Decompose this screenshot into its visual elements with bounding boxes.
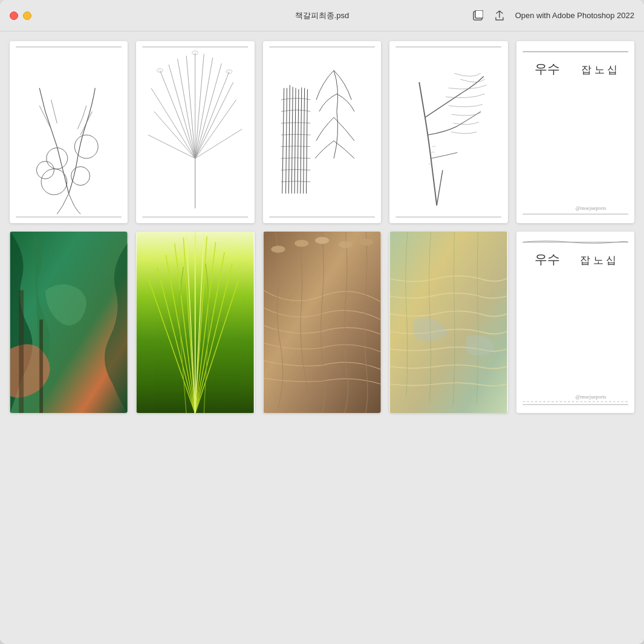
content-area: 우수 잡 노 십 @moejueprets [0, 31, 644, 644]
svg-text:잡 노 십: 잡 노 십 [580, 254, 616, 266]
close-button[interactable] [10, 11, 18, 20]
card-r1c4[interactable] [389, 41, 507, 223]
svg-point-67 [339, 241, 353, 248]
card-r2c2[interactable] [136, 232, 254, 414]
svg-text:@moejueprets: @moejueprets [575, 205, 606, 211]
titlebar: 책갈피최종.psd Open with Adobe Photoshop 2022 [0, 0, 644, 31]
svg-point-64 [271, 246, 285, 253]
expand-icon[interactable] [472, 10, 484, 22]
traffic-lights [10, 11, 31, 20]
svg-rect-32 [264, 41, 381, 223]
svg-rect-2 [10, 41, 128, 223]
svg-point-66 [315, 236, 329, 244]
image-grid: 우수 잡 노 십 @moejueprets [10, 41, 634, 413]
card-r1c1[interactable] [10, 41, 128, 223]
svg-point-68 [359, 238, 373, 246]
svg-rect-63 [264, 232, 381, 414]
svg-text:우수: 우수 [534, 62, 559, 76]
svg-rect-47 [39, 319, 43, 413]
svg-text:@moejueprets: @moejueprets [575, 394, 606, 400]
card-r1c5[interactable]: 우수 잡 노 십 @moejueprets [516, 41, 634, 223]
svg-text:우수: 우수 [534, 252, 559, 267]
card-r2c5[interactable]: 우수 잡 노 십 @moejueprets [516, 232, 634, 414]
app-window: 책갈피최종.psd Open with Adobe Photoshop 2022 [0, 0, 644, 644]
svg-text:잡 노 십: 잡 노 십 [581, 63, 617, 76]
svg-rect-36 [390, 41, 507, 223]
card-r2c1[interactable] [10, 232, 128, 414]
card-r1c3[interactable] [263, 41, 381, 223]
share-icon[interactable] [493, 10, 506, 22]
minimize-button[interactable] [23, 11, 31, 20]
titlebar-actions: Open with Adobe Photoshop 2022 [472, 10, 634, 22]
svg-rect-46 [19, 290, 24, 414]
card-r2c3[interactable] [263, 232, 381, 414]
svg-point-65 [294, 239, 308, 247]
svg-rect-1 [475, 10, 483, 18]
card-r2c4[interactable] [389, 232, 507, 414]
open-with-button[interactable]: Open with Adobe Photoshop 2022 [515, 11, 634, 20]
card-r1c2[interactable] [136, 41, 254, 223]
file-title: 책갈피최종.psd [295, 10, 350, 21]
